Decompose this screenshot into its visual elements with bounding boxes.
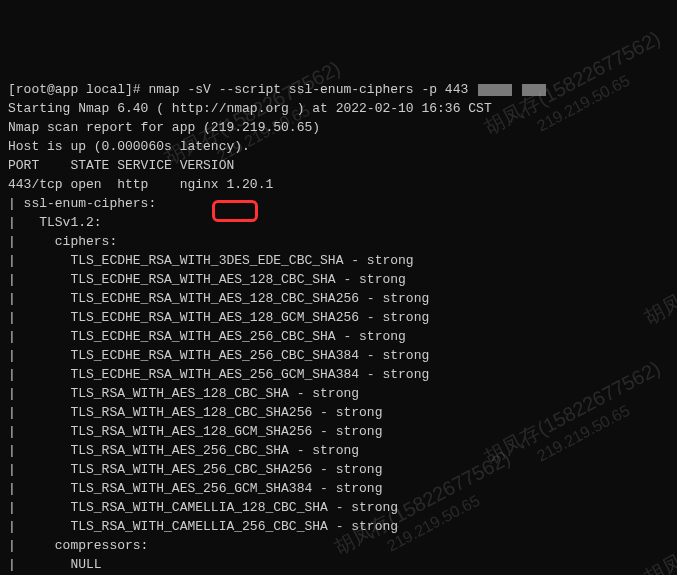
tls-version: | TLSv1.2:	[8, 213, 669, 232]
compressors-value: | NULL	[8, 555, 669, 574]
cipher-row: | TLS_RSA_WITH_AES_128_GCM_SHA256 - stro…	[8, 422, 669, 441]
cipher-row: | TLS_ECDHE_RSA_WITH_AES_128_GCM_SHA256 …	[8, 308, 669, 327]
script-header: | ssl-enum-ciphers:	[8, 194, 669, 213]
nmap-start: Starting Nmap 6.40 ( http://nmap.org ) a…	[8, 99, 669, 118]
port-row: 443/tcp open http nginx 1.20.1	[8, 175, 669, 194]
compressors-header: | compressors:	[8, 536, 669, 555]
cipher-row: | TLS_RSA_WITH_AES_256_GCM_SHA384 - stro…	[8, 479, 669, 498]
cipher-row: | TLS_RSA_WITH_AES_128_CBC_SHA256 - stro…	[8, 403, 669, 422]
prompt-line: [root@app local]# nmap -sV --script ssl-…	[8, 80, 669, 99]
terminal-output: [root@app local]# nmap -sV --script ssl-…	[8, 80, 669, 575]
host-up: Host is up (0.000060s latency).	[8, 137, 669, 156]
cipher-row: | TLS_ECDHE_RSA_WITH_AES_128_CBC_SHA - s…	[8, 270, 669, 289]
cipher-row: | TLS_RSA_WITH_CAMELLIA_128_CBC_SHA - st…	[8, 498, 669, 517]
cipher-row: | TLS_ECDHE_RSA_WITH_3DES_EDE_CBC_SHA - …	[8, 251, 669, 270]
redacted-arg	[522, 84, 546, 96]
ciphers-header: | ciphers:	[8, 232, 669, 251]
cipher-row: | TLS_RSA_WITH_AES_256_CBC_SHA - strong	[8, 441, 669, 460]
cipher-row: | TLS_ECDHE_RSA_WITH_AES_128_CBC_SHA256 …	[8, 289, 669, 308]
table-header: PORT STATE SERVICE VERSION	[8, 156, 669, 175]
nmap-report: Nmap scan report for app (219.219.50.65)	[8, 118, 669, 137]
cipher-row: | TLS_ECDHE_RSA_WITH_AES_256_GCM_SHA384 …	[8, 365, 669, 384]
cipher-row: | TLS_RSA_WITH_CAMELLIA_256_CBC_SHA - st…	[8, 517, 669, 536]
cipher-row: | TLS_ECDHE_RSA_WITH_AES_256_CBC_SHA384 …	[8, 346, 669, 365]
cipher-row: | TLS_ECDHE_RSA_WITH_AES_256_CBC_SHA - s…	[8, 327, 669, 346]
cipher-row: | TLS_RSA_WITH_AES_128_CBC_SHA - strong	[8, 384, 669, 403]
redacted-arg	[478, 84, 512, 96]
cipher-row: | TLS_RSA_WITH_AES_256_CBC_SHA256 - stro…	[8, 460, 669, 479]
